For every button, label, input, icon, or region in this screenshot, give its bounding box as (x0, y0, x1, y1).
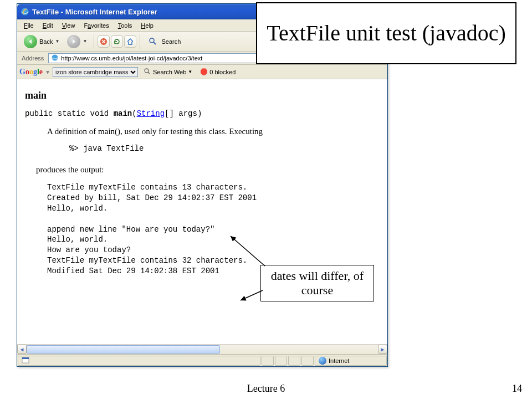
scroll-thumb[interactable] (27, 345, 220, 354)
globe-icon (319, 357, 326, 365)
back-button[interactable]: Back ▼ (21, 33, 63, 50)
status-message (18, 356, 260, 366)
home-button[interactable] (124, 35, 136, 48)
chevron-down-icon: ▼ (83, 39, 87, 44)
security-zone: Internet (315, 356, 387, 366)
search-web-button[interactable]: Search Web ▼ (141, 67, 195, 77)
scroll-right-button[interactable]: ► (378, 345, 387, 354)
popup-blocked-button[interactable]: 🛑 0 blocked (198, 68, 238, 76)
javadoc-content: main public static void main(String[] ar… (17, 80, 387, 344)
svg-line-12 (148, 72, 150, 74)
svg-line-9 (154, 42, 156, 44)
svg-rect-14 (22, 357, 29, 359)
scroll-track[interactable] (27, 345, 378, 354)
menu-help[interactable]: Help (136, 21, 158, 30)
search-label: Search (161, 38, 181, 45)
google-logo: Google (19, 68, 43, 76)
forward-icon (67, 35, 80, 48)
horizontal-scrollbar[interactable]: ◄ ► (17, 344, 387, 354)
output-block: TextFile myTextFile contains 13 characte… (47, 182, 380, 277)
scroll-left-button[interactable]: ◄ (17, 345, 27, 354)
back-label: Back (39, 38, 53, 45)
method-heading: main (25, 90, 380, 101)
content-area: main public static void main(String[] ar… (17, 79, 387, 354)
status-bar: Internet (17, 354, 387, 366)
ie-icon (21, 7, 29, 16)
chevron-down-icon: ▼ (55, 39, 59, 44)
menu-view[interactable]: View (58, 21, 80, 30)
forward-button[interactable]: ▼ (64, 33, 90, 50)
search-web-icon (144, 68, 151, 76)
zone-label: Internet (329, 357, 349, 364)
footer-lecture: Lecture 6 (0, 383, 532, 395)
annotation-note: dates will differ, of course (260, 265, 374, 301)
annotation-title: TextFile unit test (javadoc) (256, 2, 516, 64)
address-label: Address (19, 55, 46, 62)
window-title: TextFile - Microsoft Internet Explorer (32, 8, 157, 16)
menu-edit[interactable]: Edit (38, 21, 58, 30)
svg-point-10 (52, 54, 58, 60)
stop-button[interactable] (98, 35, 110, 48)
status-panel (288, 356, 300, 366)
produces-label: produces the output: (36, 165, 380, 175)
svg-point-8 (150, 38, 154, 43)
search-button[interactable]: Search (144, 34, 184, 49)
command-example: %> java TextFile (69, 144, 380, 153)
menu-file[interactable]: File (19, 21, 38, 30)
back-icon (24, 35, 37, 48)
method-description: A definition of main(), used only for te… (47, 127, 380, 136)
status-panel (262, 356, 274, 366)
refresh-button[interactable] (111, 35, 123, 48)
search-icon (147, 35, 159, 48)
google-search-input[interactable]: izon store cambridge mass (53, 67, 138, 77)
menu-favorites[interactable]: Favorites (79, 21, 113, 30)
status-panel (301, 356, 314, 366)
page-icon (51, 54, 59, 63)
google-toolbar: Google ▾ izon store cambridge mass Searc… (17, 65, 387, 79)
footer-page-number: 14 (512, 383, 522, 395)
address-url: http://www.cs.umb.edu/joi/latest-joi-cd/… (61, 55, 202, 62)
menu-tools[interactable]: Tools (114, 21, 137, 30)
method-signature: public static void main(String[] args) (25, 109, 380, 118)
blocked-label: 0 blocked (209, 69, 236, 75)
search-web-label: Search Web (153, 69, 186, 75)
blocked-icon: 🛑 (200, 68, 208, 75)
done-icon (22, 356, 29, 365)
status-panel (275, 356, 287, 366)
svg-point-11 (145, 69, 149, 73)
string-type-link[interactable]: String (137, 109, 165, 118)
